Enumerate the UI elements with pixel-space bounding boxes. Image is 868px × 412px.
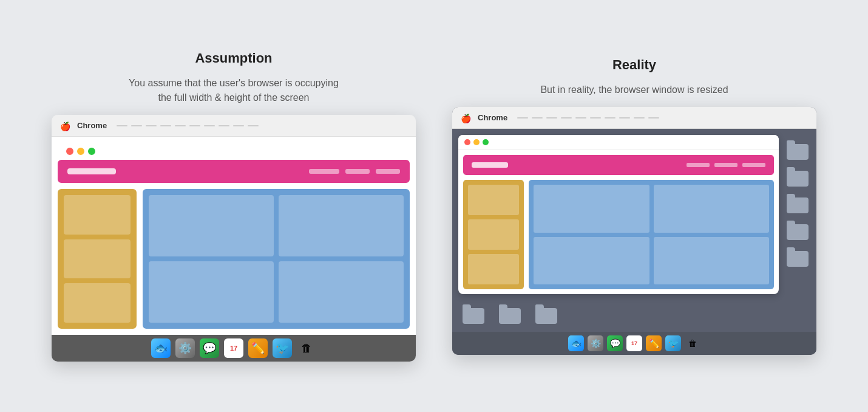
- dash: [248, 125, 259, 126]
- reality-dock-trash-icon: 🗑: [685, 335, 700, 351]
- dash: [605, 117, 615, 118]
- desktop-folder-4: [785, 221, 810, 243]
- reality-dock-calendar-icon: 17: [626, 335, 642, 351]
- assumption-content-layout: [58, 189, 410, 329]
- assumption-main-content: [143, 189, 410, 329]
- dash: [146, 125, 157, 126]
- dock-settings-icon: ⚙️: [175, 338, 195, 358]
- assumption-panel: Assumption You assume that the user's br…: [52, 50, 416, 362]
- reality-title: Reality: [612, 57, 656, 73]
- reality-sidebar-item-1: [468, 185, 519, 215]
- reality-chrome-label: Chrome: [478, 113, 507, 122]
- nav-link-3: [376, 169, 400, 174]
- assumption-titlebar: 🍎 Chrome: [52, 115, 416, 137]
- assumption-window: 🍎 Chrome: [52, 115, 416, 362]
- sidebar-item-2: [64, 239, 131, 279]
- reality-content-layout: [463, 180, 774, 289]
- sidebar-item-1: [64, 195, 131, 235]
- dash: [619, 117, 630, 118]
- assumption-title: Assumption: [195, 50, 272, 66]
- reality-block-3: [534, 237, 649, 285]
- nav-link-1: [309, 169, 339, 174]
- dash: [160, 125, 171, 126]
- desktop-folder-3: [785, 194, 810, 216]
- dash: [219, 125, 229, 126]
- dash: [575, 117, 586, 118]
- content-block-1: [149, 195, 274, 256]
- reality-main-content: [529, 180, 774, 289]
- dock-calendar-icon: 17: [224, 338, 243, 358]
- desktop-bottom-folder-3: [534, 305, 559, 327]
- reality-block-1: [534, 185, 649, 233]
- reality-nav-link-1: [687, 163, 710, 167]
- traffic-light-yellow: [77, 148, 84, 155]
- reality-nav-link-2: [714, 163, 737, 167]
- traffic-light-green: [88, 148, 95, 155]
- dash: [517, 117, 528, 118]
- content-block-2: [279, 195, 404, 256]
- desktop-bottom-folder-2: [497, 305, 523, 327]
- titlebar-dashes: [517, 117, 659, 118]
- dash: [175, 125, 186, 126]
- reality-navbar: [463, 155, 774, 175]
- dock-sketch-icon: ✏️: [248, 338, 268, 358]
- dock-finder-icon: 🐟: [151, 338, 171, 358]
- desktop-bottom-folders: [452, 300, 816, 332]
- reality-tl-green: [483, 139, 489, 145]
- reality-tl-yellow: [473, 139, 480, 145]
- reality-desktop-area: [452, 129, 816, 300]
- reality-sidebar-item-3: [468, 254, 519, 284]
- nav-link-2: [345, 169, 370, 174]
- reality-dock-messages-icon: 💬: [607, 335, 623, 351]
- assumption-dock: 🐟 ⚙️ 💬 17 ✏️ 🐦 🗑: [52, 335, 416, 362]
- reality-dock-tweetbot-icon: 🐦: [665, 335, 681, 351]
- dock-trash-icon: 🗑: [297, 338, 316, 358]
- reality-block-4: [654, 237, 770, 285]
- dash: [634, 117, 645, 118]
- dash: [546, 117, 557, 118]
- reality-nav-link-3: [742, 163, 765, 167]
- apple-logo-icon: 🍎: [461, 114, 469, 122]
- assumption-navbar: [58, 160, 410, 183]
- reality-titlebar: 🍎 Chrome: [452, 107, 816, 129]
- desktop-folder-5: [785, 248, 810, 270]
- traffic-lights: [58, 143, 410, 160]
- dash: [648, 117, 659, 118]
- reality-block-2: [654, 185, 770, 233]
- assumption-chrome-label: Chrome: [77, 121, 107, 130]
- dock-messages-icon: 💬: [200, 338, 219, 358]
- nav-links: [309, 169, 400, 174]
- reality-dock-settings-icon: ⚙️: [588, 335, 603, 351]
- desktop-folder-1: [785, 141, 810, 163]
- reality-browser-window: [458, 135, 779, 294]
- reality-subtitle: But in reality, the browser window is re…: [540, 83, 728, 97]
- dash: [189, 125, 200, 126]
- nav-logo-placeholder: [67, 168, 116, 174]
- reality-dock-finder-icon: 🐟: [568, 335, 584, 351]
- reality-nav-logo: [472, 162, 508, 168]
- desktop-folders-right: [785, 135, 810, 294]
- reality-panel: Reality But in reality, the browser wind…: [452, 57, 816, 355]
- dash: [233, 125, 244, 126]
- reality-dock-sketch-icon: ✏️: [646, 335, 662, 351]
- apple-logo-icon: 🍎: [60, 122, 69, 130]
- dash: [532, 117, 543, 118]
- assumption-sidebar: [58, 189, 137, 329]
- sidebar-item-3: [64, 283, 131, 323]
- dash: [204, 125, 215, 126]
- desktop-folder-2: [785, 168, 810, 190]
- dash: [590, 117, 601, 118]
- assumption-subtitle: You assume that the user's browser is oc…: [124, 76, 343, 105]
- assumption-browser-content: [52, 137, 416, 335]
- reality-tl-red: [464, 139, 470, 145]
- reality-traffic-lights: [458, 135, 779, 150]
- dock-tweetbot-icon: 🐦: [273, 338, 292, 358]
- reality-desktop: 🍎 Chrome: [452, 107, 816, 355]
- dash: [561, 117, 572, 118]
- titlebar-dashes: [117, 125, 259, 126]
- content-block-3: [149, 261, 274, 323]
- reality-dock: 🐟 ⚙️ 💬 17 ✏️ 🐦 🗑: [452, 332, 816, 355]
- dash: [131, 125, 142, 126]
- reality-sidebar: [463, 180, 524, 289]
- traffic-light-red: [66, 148, 73, 155]
